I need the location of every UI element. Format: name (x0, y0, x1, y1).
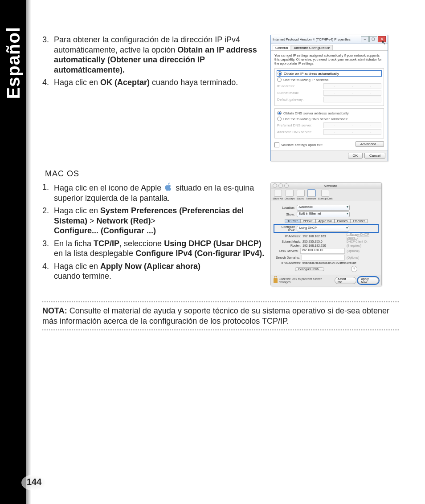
language-tab-label: Español (4, 27, 24, 99)
tab-pppoe[interactable]: PPPoE (300, 219, 316, 223)
tab-ethernet[interactable]: Ethernet (350, 219, 367, 223)
radio-use-following-dns[interactable]: Use the following DNS server addresses: (277, 117, 381, 121)
page-number: 144 (27, 477, 41, 487)
mac-window-title: Network (281, 184, 380, 188)
mac-step-2: 2. Haga clic en System Preferences (Pref… (42, 206, 265, 236)
minimize-button[interactable]: – (361, 36, 369, 42)
note-text: Consulte el material de ayuda y soporte … (42, 306, 389, 325)
traffic-light-close[interactable] (273, 183, 277, 188)
configure-ipv4-select[interactable]: Using DHCP (297, 226, 349, 232)
preferred-dns-field[interactable]: ... (323, 122, 381, 128)
toolbar-startup[interactable]: Startup Disk (318, 190, 333, 200)
validate-checkbox[interactable]: Validate settings upon exit (274, 142, 323, 147)
ip-address-field[interactable]: ... (323, 83, 381, 89)
apply-now-button[interactable]: Apply Now (358, 277, 379, 284)
location-select[interactable]: Automatic (297, 205, 350, 211)
dialog-title: Internet Protocol Version 4 (TCP/IPv4) P… (273, 37, 351, 41)
cursor-icon: ↖ (381, 40, 386, 46)
tab-proxies[interactable]: Proxies (335, 219, 350, 223)
toolbar-sound[interactable]: Sound (297, 190, 305, 200)
note-label: NOTA: (42, 306, 67, 315)
tab-tcpip[interactable]: TCP/IP (285, 219, 300, 223)
tab-general[interactable]: General (273, 45, 290, 50)
toolbar-network[interactable]: Network (306, 190, 316, 200)
windows-steps: 3. Para obtener la configuración de la d… (42, 35, 265, 88)
step-4: 4. Haga clic en OK (Aceptar) cuando haya… (42, 77, 265, 88)
assist-me-button[interactable]: Assist me... (335, 277, 356, 284)
radio-use-following-ip[interactable]: Use the following IP address: (277, 77, 381, 82)
mac-network-window: Network Show All Displays Sound Network … (270, 182, 382, 286)
cancel-button[interactable]: Cancel (364, 153, 385, 159)
lock-icon (274, 278, 278, 283)
show-select[interactable]: Built-in Ethernet (297, 211, 350, 217)
mac-step-3: 3. En la ficha TCP/IP, seleccione Using … (42, 239, 265, 259)
search-domains-field[interactable] (302, 255, 345, 260)
toolbar-displays[interactable]: Displays (285, 190, 295, 200)
mac-step-4: 4. Haga clic en Apply Now (Aplicar ahora… (42, 261, 265, 281)
macos-steps: 1. Haga clic en el icono de Apple situad… (42, 182, 265, 281)
ok-button[interactable]: OK (348, 153, 363, 159)
tab-alternate[interactable]: Alternate Configuration (291, 45, 333, 50)
toolbar-showall[interactable]: Show All (273, 190, 283, 200)
advanced-button[interactable]: Advanced... (356, 141, 384, 147)
tab-appletalk[interactable]: AppleTalk (315, 219, 334, 223)
macos-heading: MAC OS (45, 169, 399, 179)
dns-servers-field[interactable]: 192.168.128.10 (300, 248, 345, 254)
subnet-mask-field[interactable]: ... (323, 90, 381, 96)
radio-obtain-ip-auto[interactable]: Obtain an IP address automatically (277, 71, 381, 76)
apple-logo-icon (163, 182, 173, 192)
mac-step-1: 1. Haga clic en el icono de Apple situad… (42, 182, 265, 203)
page-content: 3. Para obtener la configuración de la d… (42, 35, 399, 330)
lock-toggle[interactable]: Click the lock to prevent further change… (274, 277, 335, 284)
configure-ipv6-button[interactable]: Configure IPv6... (295, 267, 324, 271)
radio-obtain-dns-auto[interactable]: Obtain DNS server address automatically (277, 111, 381, 115)
renew-lease-button[interactable]: Renew DHCP Lease (347, 232, 369, 240)
alternate-dns-field[interactable]: ... (323, 129, 381, 135)
maximize-button[interactable]: ▢ (369, 36, 377, 42)
note-block: NOTA: Consulte el material de ayuda y so… (42, 301, 399, 330)
step-3: 3. Para obtener la configuración de la d… (42, 35, 265, 75)
dialog-description: You can get IP settings assigned automat… (274, 53, 384, 65)
windows-ipv4-dialog: Internet Protocol Version 4 (TCP/IPv4) P… (270, 35, 388, 161)
gateway-field[interactable]: ... (323, 97, 381, 102)
help-button[interactable]: ? (351, 266, 357, 272)
